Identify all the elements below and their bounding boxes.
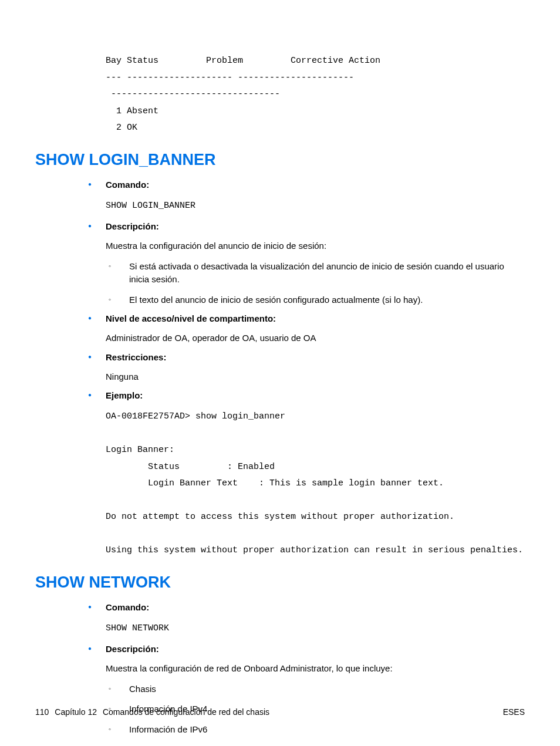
section1-list: Comando:	[88, 180, 525, 190]
ejemplo-text: OA-0018FE2757AD> show login_banner Login…	[106, 409, 525, 559]
chapter-label: Capítulo 12	[55, 707, 97, 717]
section-heading-network: SHOW NETWORK	[35, 573, 525, 592]
intro-code-block: Bay Status Problem Corrective Action ---…	[106, 53, 525, 137]
descripcion-label: Descripción:	[106, 221, 159, 231]
chapter-title: Comandos de configuración de red del cha…	[103, 707, 269, 717]
page-number: 110	[35, 707, 49, 717]
section1-list-restr: Restricciones:	[88, 352, 525, 362]
comando-label-2: Comando:	[106, 602, 149, 612]
comando-label: Comando:	[106, 180, 149, 190]
section2-list-desc: Descripción:	[88, 644, 525, 654]
descripcion-text-2: Muestra la configuración de red de Onboa…	[106, 662, 525, 676]
section-heading-login-banner: SHOW LOGIN_BANNER	[35, 151, 525, 169]
ejemplo-label: Ejemplo:	[106, 390, 143, 400]
section2-list: Comando:	[88, 602, 525, 612]
sub-item: Información de IPv6	[109, 723, 525, 737]
footer-right: ESES	[503, 707, 525, 717]
page-footer: 110 Capítulo 12 Comandos de configuració…	[35, 707, 525, 717]
nivel-text: Administrador de OA, operador de OA, usu…	[106, 332, 525, 345]
comando-value-2: SHOW NETWORK	[106, 620, 525, 637]
section1-list-nivel: Nivel de acceso/nivel de compartimento:	[88, 313, 525, 323]
restr-label: Restricciones:	[106, 352, 166, 362]
restr-text: Ninguna	[106, 370, 525, 384]
descripcion-text: Muestra la configuración del anuncio de …	[106, 239, 525, 253]
comando-value: SHOW LOGIN_BANNER	[106, 198, 525, 215]
section1-list-ejemplo: Ejemplo:	[88, 390, 525, 400]
sub-item: El texto del anuncio de inicio de sesión…	[109, 293, 525, 307]
sub-item: Si está activada o desactivada la visual…	[109, 260, 525, 286]
sub-item: Chasis	[109, 683, 525, 696]
section1-list-desc: Descripción:	[88, 221, 525, 231]
descripcion-label-2: Descripción:	[106, 644, 159, 654]
nivel-label: Nivel de acceso/nivel de compartimento:	[106, 313, 276, 323]
descripcion-sublist: Si está activada o desactivada la visual…	[109, 260, 525, 307]
